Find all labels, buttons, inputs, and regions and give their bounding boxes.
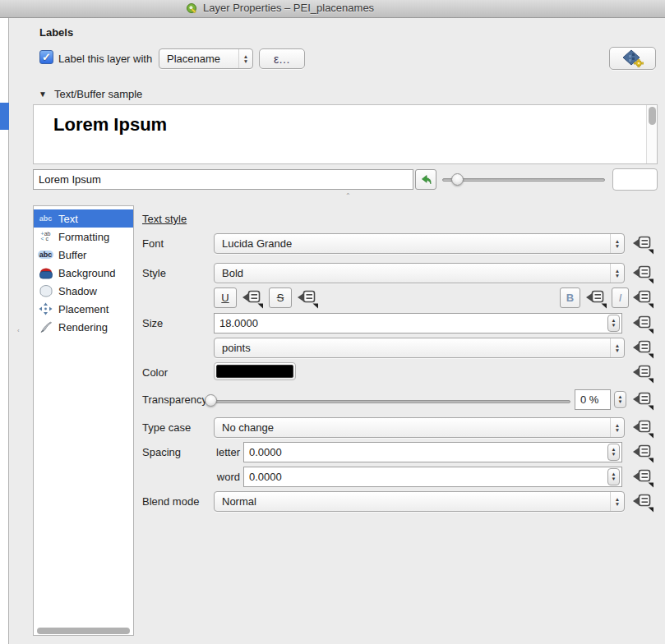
data-defined-override-transparency-button[interactable]	[630, 389, 655, 411]
sidebar-item-label: Background	[58, 267, 115, 279]
data-defined-override-italic-button[interactable]	[630, 287, 655, 309]
override-icon	[242, 288, 264, 309]
placement-engine-icon	[621, 49, 644, 68]
underline-button[interactable]: U	[214, 288, 237, 308]
placement-icon	[37, 302, 54, 315]
data-defined-override-letter-spacing-button[interactable]	[630, 441, 655, 463]
sidebar-item-background[interactable]: Background	[34, 264, 133, 282]
blend-mode-select[interactable]: Normal ▲▼	[214, 491, 625, 512]
override-icon	[632, 491, 654, 513]
sidebar-item-formatting[interactable]: +ab< c Formatting	[34, 228, 133, 246]
data-defined-override-color-button[interactable]	[630, 361, 655, 384]
style-select[interactable]: Bold ▲▼	[214, 263, 625, 283]
checkmark-icon: ✓	[42, 52, 51, 62]
font-select[interactable]: Lucida Grande ▲▼	[214, 233, 625, 254]
sidebar-hscrollbar-thumb[interactable]	[37, 628, 130, 634]
data-defined-override-type-case-button[interactable]	[630, 416, 655, 439]
size-unit-select[interactable]: points ▲▼	[214, 338, 625, 358]
spacing-letter-label: letter	[176, 446, 240, 458]
title-bar: Layer Properties – PEI_placenames	[0, 0, 665, 18]
size-unit-value: points	[222, 342, 251, 354]
splitter-handle-top[interactable]: ⌃	[345, 192, 351, 200]
sample-section-label: Text/Buffer sample	[54, 88, 142, 100]
data-defined-override-font-button[interactable]	[630, 232, 655, 255]
sidebar-item-label: Buffer	[58, 249, 86, 261]
label-field-select[interactable]: Placename ▲▼	[159, 48, 253, 69]
label-layer-checkbox[interactable]: ✓	[39, 50, 53, 64]
blend-mode-value: Normal	[222, 495, 256, 508]
override-icon	[632, 313, 654, 334]
font-size-sample-slider-thumb[interactable]	[451, 173, 464, 186]
font-label: Font	[142, 237, 164, 250]
text-icon: abc	[37, 212, 54, 225]
select-stepper-icon: ▲▼	[610, 418, 624, 437]
color-label: Color	[142, 366, 168, 379]
sidebar-item-label: Shadow	[58, 285, 97, 297]
spacing-word-spinbox[interactable]: 0.0000 ▲▼	[243, 467, 622, 487]
font-value: Lucida Grande	[222, 237, 292, 250]
sidebar-item-placement[interactable]: Placement	[34, 300, 133, 318]
data-defined-override-underline-button[interactable]	[240, 287, 265, 309]
font-size-sample-slider[interactable]	[442, 178, 605, 182]
expression-button[interactable]: ε…	[259, 48, 305, 69]
data-defined-override-blend-mode-button[interactable]	[630, 490, 655, 513]
data-defined-override-strikeout-button[interactable]	[295, 287, 320, 309]
italic-button[interactable]: I	[612, 288, 629, 308]
label-field-value: Placename	[167, 53, 220, 65]
automated-placement-settings-button[interactable]	[609, 47, 656, 70]
bold-button-label: B	[566, 292, 574, 304]
transparency-slider[interactable]	[209, 400, 570, 403]
style-label: Style	[142, 267, 166, 279]
strikeout-button-label: S	[277, 292, 284, 304]
data-defined-override-size-button[interactable]	[630, 312, 655, 334]
labels-section-title: Labels	[39, 26, 73, 39]
bold-button[interactable]: B	[560, 288, 580, 308]
spacing-letter-value: 0.0000	[249, 446, 282, 458]
override-icon	[632, 417, 654, 439]
spacing-word-label: word	[176, 471, 240, 483]
collapse-triangle-icon: ▼	[39, 90, 47, 99]
strikeout-button[interactable]: S	[269, 288, 292, 308]
rendering-icon	[37, 320, 54, 334]
type-case-select[interactable]: No change ▲▼	[214, 417, 625, 438]
transparency-value: 0 %	[580, 393, 598, 406]
size-value: 18.0000	[219, 317, 258, 329]
transparency-spinbox[interactable]: 0 %	[575, 389, 611, 410]
select-stepper-icon: ▲▼	[238, 49, 252, 68]
spinner-arrows-icon[interactable]: ▲▼	[607, 315, 620, 332]
data-defined-override-word-spacing-button[interactable]	[630, 466, 655, 488]
sample-collapse-header[interactable]: ▼ Text/Buffer sample	[39, 88, 142, 100]
size-spinbox[interactable]: 18.0000 ▲▼	[214, 313, 622, 334]
sample-scrollbar[interactable]	[646, 105, 657, 163]
sidebar-item-label: Text	[58, 213, 78, 225]
override-icon	[632, 233, 654, 255]
sidebar-item-text[interactable]: abc Text	[34, 209, 133, 228]
sidebar-item-shadow[interactable]: Shadow	[34, 282, 133, 300]
blend-mode-label: Blend mode	[142, 495, 199, 508]
sidebar-item-buffer[interactable]: abc Buffer	[34, 246, 133, 264]
reset-sample-button[interactable]	[415, 169, 436, 190]
data-defined-override-size-unit-button[interactable]	[630, 337, 655, 359]
sample-scale-box[interactable]	[612, 168, 658, 191]
sample-text-input[interactable]	[33, 169, 413, 190]
spinner-arrows-icon[interactable]: ▲▼	[607, 468, 620, 485]
sample-scrollbar-thumb[interactable]	[649, 107, 656, 125]
override-icon	[632, 442, 654, 463]
label-layer-checkbox-label: Label this layer with	[58, 53, 152, 65]
override-icon	[632, 362, 654, 384]
spacing-word-value: 0.0000	[249, 471, 282, 483]
data-defined-override-bold-button[interactable]	[584, 287, 608, 309]
transparency-spinner[interactable]: ▲▼	[614, 391, 626, 408]
splitter-handle-left[interactable]: ‹	[17, 327, 20, 334]
transparency-slider-thumb[interactable]	[205, 394, 217, 407]
data-defined-override-style-button[interactable]	[630, 262, 655, 284]
buffer-icon: abc	[37, 248, 54, 261]
font-color-button[interactable]	[214, 362, 296, 380]
select-stepper-icon: ▲▼	[610, 264, 624, 283]
spinner-arrows-icon[interactable]: ▲▼	[607, 444, 620, 461]
sidebar-item-rendering[interactable]: Rendering	[34, 318, 133, 336]
style-value: Bold	[222, 267, 243, 279]
undo-arrow-icon	[420, 174, 432, 186]
spacing-letter-spinbox[interactable]: 0.0000 ▲▼	[243, 442, 622, 462]
size-label: Size	[142, 317, 163, 329]
